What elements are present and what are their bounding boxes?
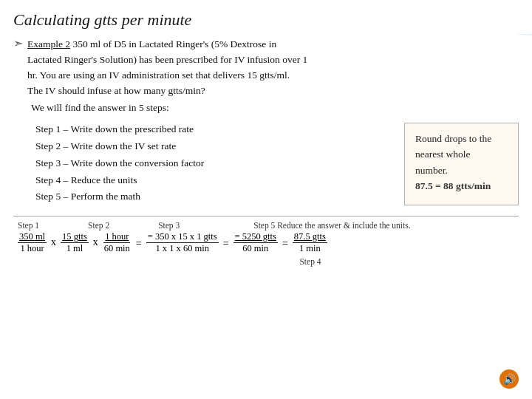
round-box-line1: Round drops to the [415, 133, 491, 144]
result2-den: 60 min [241, 243, 270, 254]
example-line-4: The IV should infuse at how many gtts/mi… [27, 85, 205, 96]
intro-text: We will find the answer in 5 steps: [31, 102, 519, 114]
result3-den: 1 min [298, 243, 322, 254]
example-label: Example 2 [27, 38, 70, 50]
result1-num: = 350 x 15 x 1 gtts [146, 231, 219, 243]
step-item-2: Step 2 – Write down the IV set rate [35, 138, 392, 155]
sound-button[interactable]: 🔊 [499, 369, 519, 389]
section-divider [13, 216, 519, 216]
equals-3: = [282, 238, 288, 250]
example-text: Example 2 350 ml of D5 in Lactated Ringe… [27, 37, 307, 99]
fraction-3: 1 hour 60 min [103, 231, 132, 254]
result-fraction-1: = 350 x 15 x 1 gtts 1 x 1 x 60 min [146, 231, 219, 254]
step1-header: Step 1 [18, 221, 39, 230]
multiply-2: x [93, 236, 98, 250]
fractions-row: 350 ml 1 hour x 15 gtts 1 ml x 1 hour 60… [18, 231, 514, 254]
fraction-2: 15 gtts 1 ml [61, 231, 89, 254]
round-box-result: 87.5 = 88 gtts/min [415, 180, 491, 191]
frac3-num: 1 hour [103, 231, 130, 243]
example-line-3: hr. You are using an IV administration s… [27, 69, 290, 81]
example-line-1: Example 2 350 ml of D5 in Lactated Ringe… [27, 38, 276, 50]
frac2-den: 1 ml [65, 243, 85, 254]
round-box-line3: number. [415, 165, 448, 176]
sound-icon: 🔊 [503, 373, 516, 386]
frac1-den: 1 hour [18, 243, 45, 254]
example-block: ➣ Example 2 350 ml of D5 in Lactated Rin… [13, 37, 519, 114]
steps-list: Step 1 – Write down the prescribed rate … [35, 121, 392, 206]
fraction-1: 350 ml 1 hour [18, 231, 47, 254]
step-header-row: Step 1 Step 2 Step 3 Step 5 Reduce the a… [18, 221, 519, 230]
step2-header: Step 2 [88, 221, 109, 230]
step-item-5: Step 5 – Perform the math [35, 188, 392, 205]
step4-label: Step 4 [106, 257, 514, 266]
result3-num: 87.5 gtts [293, 231, 327, 243]
result2-num: = 5250 gtts [233, 231, 278, 243]
step3-header: Step 3 [158, 221, 180, 230]
equals-2: = [223, 238, 229, 250]
bullet-row: ➣ Example 2 350 ml of D5 in Lactated Rin… [13, 37, 519, 99]
frac3-den: 60 min [103, 243, 132, 254]
frac1-num: 350 ml [18, 231, 47, 243]
frac2-num: 15 gtts [61, 231, 89, 243]
steps-area: Step 1 – Write down the prescribed rate … [35, 121, 519, 206]
title-bar: Calculating gtts per minute [0, 0, 532, 34]
step-item-4: Step 4 – Reduce the units [35, 172, 392, 189]
main-content: ➣ Example 2 350 ml of D5 in Lactated Rin… [0, 34, 532, 266]
calculation-block: 350 ml 1 hour x 15 gtts 1 ml x 1 hour 60… [13, 231, 519, 266]
page-title: Calculating gtts per minute [13, 10, 519, 30]
step-item-1: Step 1 – Write down the prescribed rate [35, 121, 392, 138]
step-item-3: Step 3 – Write down the conversion facto… [35, 155, 392, 172]
example-line-2: Lactated Ringer's Solution) has been pre… [27, 54, 307, 65]
result-fraction-2: = 5250 gtts 60 min [233, 231, 278, 254]
step5-header: Step 5 Reduce the answer & include the u… [253, 221, 410, 230]
equals-1: = [136, 238, 142, 250]
round-box-line2: nearest whole [415, 149, 471, 160]
bullet-icon: ➣ [13, 36, 23, 50]
result-fraction-3: 87.5 gtts 1 min [293, 231, 327, 254]
round-box: Round drops to the nearest whole number.… [404, 123, 519, 206]
multiply-1: x [51, 236, 56, 250]
result1-den: 1 x 1 x 60 min [154, 243, 211, 254]
